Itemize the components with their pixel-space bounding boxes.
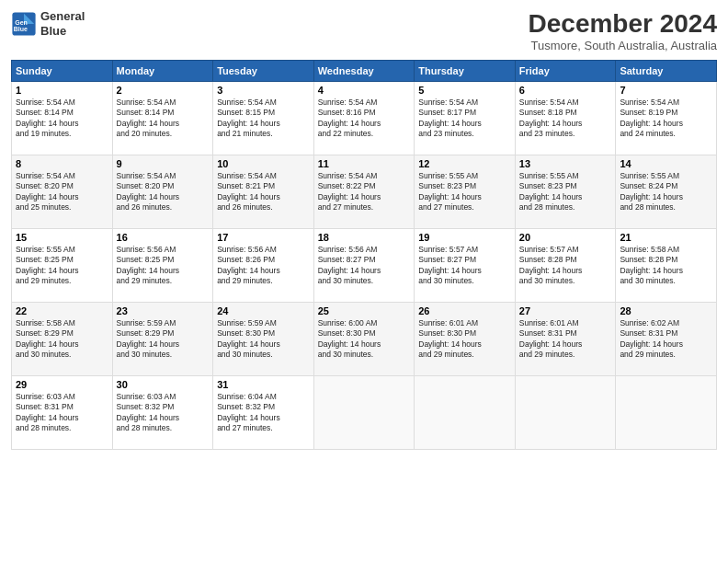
day-number: 2 bbox=[117, 85, 210, 96]
day-info: Sunrise: 5:55 AM Sunset: 8:25 PM Dayligh… bbox=[16, 245, 108, 287]
calendar-header: SundayMondayTuesdayWednesdayThursdayFrid… bbox=[12, 61, 717, 82]
day-info: Sunrise: 5:54 AM Sunset: 8:17 PM Dayligh… bbox=[418, 98, 511, 140]
header: Gen Blue General Blue December 2024 Tusm… bbox=[11, 9, 717, 52]
weekday-header: Tuesday bbox=[213, 61, 314, 82]
month-title: December 2024 bbox=[529, 9, 717, 39]
weekday-header: Sunday bbox=[12, 61, 113, 82]
calendar-cell bbox=[313, 376, 415, 450]
calendar-cell: 11Sunrise: 5:54 AM Sunset: 8:22 PM Dayli… bbox=[313, 155, 415, 229]
logo-text: General Blue bbox=[40, 9, 85, 38]
day-number: 16 bbox=[117, 232, 210, 243]
day-number: 20 bbox=[519, 232, 612, 243]
calendar-cell: 4Sunrise: 5:54 AM Sunset: 8:16 PM Daylig… bbox=[313, 82, 415, 155]
calendar-cell: 20Sunrise: 5:57 AM Sunset: 8:28 PM Dayli… bbox=[515, 229, 616, 303]
day-number: 7 bbox=[620, 85, 712, 96]
calendar-cell: 9Sunrise: 5:54 AM Sunset: 8:20 PM Daylig… bbox=[112, 155, 213, 229]
calendar-row: 8Sunrise: 5:54 AM Sunset: 8:20 PM Daylig… bbox=[12, 155, 717, 229]
day-info: Sunrise: 6:02 AM Sunset: 8:31 PM Dayligh… bbox=[620, 318, 712, 361]
calendar-cell: 22Sunrise: 5:58 AM Sunset: 8:29 PM Dayli… bbox=[12, 303, 113, 376]
day-number: 11 bbox=[318, 158, 411, 169]
day-info: Sunrise: 5:54 AM Sunset: 8:21 PM Dayligh… bbox=[217, 171, 310, 213]
calendar-cell bbox=[515, 376, 616, 450]
calendar-cell: 27Sunrise: 6:01 AM Sunset: 8:31 PM Dayli… bbox=[515, 303, 616, 376]
day-info: Sunrise: 5:54 AM Sunset: 8:14 PM Dayligh… bbox=[16, 98, 108, 140]
day-info: Sunrise: 6:00 AM Sunset: 8:30 PM Dayligh… bbox=[318, 318, 411, 361]
day-number: 31 bbox=[217, 379, 310, 390]
day-number: 24 bbox=[217, 305, 310, 316]
day-number: 28 bbox=[620, 305, 712, 316]
calendar-table: SundayMondayTuesdayWednesdayThursdayFrid… bbox=[11, 60, 717, 450]
calendar-cell: 21Sunrise: 5:58 AM Sunset: 8:28 PM Dayli… bbox=[616, 229, 717, 303]
calendar-row: 15Sunrise: 5:55 AM Sunset: 8:25 PM Dayli… bbox=[12, 229, 717, 303]
day-number: 19 bbox=[418, 232, 511, 243]
day-info: Sunrise: 5:54 AM Sunset: 8:16 PM Dayligh… bbox=[318, 98, 411, 140]
day-number: 22 bbox=[16, 305, 108, 316]
day-info: Sunrise: 5:59 AM Sunset: 8:30 PM Dayligh… bbox=[217, 318, 310, 361]
day-info: Sunrise: 5:57 AM Sunset: 8:28 PM Dayligh… bbox=[519, 245, 612, 287]
calendar-row: 1Sunrise: 5:54 AM Sunset: 8:14 PM Daylig… bbox=[12, 82, 717, 155]
day-number: 21 bbox=[620, 232, 712, 243]
weekday-header: Monday bbox=[112, 61, 213, 82]
calendar-cell bbox=[415, 376, 516, 450]
day-number: 23 bbox=[117, 305, 210, 316]
day-number: 5 bbox=[418, 85, 511, 96]
header-row: SundayMondayTuesdayWednesdayThursdayFrid… bbox=[12, 61, 717, 82]
day-number: 9 bbox=[117, 158, 210, 169]
logo: Gen Blue General Blue bbox=[11, 9, 85, 38]
day-number: 3 bbox=[217, 85, 310, 96]
title-block: December 2024 Tusmore, South Australia, … bbox=[529, 9, 717, 52]
day-number: 17 bbox=[217, 232, 310, 243]
day-info: Sunrise: 6:03 AM Sunset: 8:32 PM Dayligh… bbox=[117, 392, 210, 434]
day-info: Sunrise: 5:54 AM Sunset: 8:14 PM Dayligh… bbox=[117, 98, 210, 140]
calendar-cell: 29Sunrise: 6:03 AM Sunset: 8:31 PM Dayli… bbox=[12, 376, 113, 450]
day-info: Sunrise: 5:54 AM Sunset: 8:19 PM Dayligh… bbox=[620, 98, 712, 140]
calendar-cell: 15Sunrise: 5:55 AM Sunset: 8:25 PM Dayli… bbox=[12, 229, 113, 303]
svg-text:Gen: Gen bbox=[15, 19, 28, 26]
day-info: Sunrise: 5:55 AM Sunset: 8:23 PM Dayligh… bbox=[418, 171, 511, 213]
weekday-header: Wednesday bbox=[313, 61, 415, 82]
calendar-cell: 12Sunrise: 5:55 AM Sunset: 8:23 PM Dayli… bbox=[415, 155, 516, 229]
weekday-header: Friday bbox=[515, 61, 616, 82]
day-number: 14 bbox=[620, 158, 712, 169]
calendar-cell: 18Sunrise: 5:56 AM Sunset: 8:27 PM Dayli… bbox=[313, 229, 415, 303]
day-info: Sunrise: 6:01 AM Sunset: 8:30 PM Dayligh… bbox=[418, 318, 511, 361]
day-info: Sunrise: 6:01 AM Sunset: 8:31 PM Dayligh… bbox=[519, 318, 612, 361]
calendar-cell: 6Sunrise: 5:54 AM Sunset: 8:18 PM Daylig… bbox=[515, 82, 616, 155]
calendar-cell: 25Sunrise: 6:00 AM Sunset: 8:30 PM Dayli… bbox=[313, 303, 415, 376]
calendar-cell: 19Sunrise: 5:57 AM Sunset: 8:27 PM Dayli… bbox=[415, 229, 516, 303]
weekday-header: Saturday bbox=[616, 61, 717, 82]
subtitle: Tusmore, South Australia, Australia bbox=[529, 39, 717, 52]
calendar-cell: 1Sunrise: 5:54 AM Sunset: 8:14 PM Daylig… bbox=[12, 82, 113, 155]
logo-line2: Blue bbox=[40, 24, 85, 39]
day-info: Sunrise: 5:58 AM Sunset: 8:28 PM Dayligh… bbox=[620, 245, 712, 287]
logo-icon: Gen Blue bbox=[11, 11, 37, 37]
day-number: 29 bbox=[16, 379, 108, 390]
calendar-cell: 16Sunrise: 5:56 AM Sunset: 8:25 PM Dayli… bbox=[112, 229, 213, 303]
day-number: 30 bbox=[117, 379, 210, 390]
day-number: 4 bbox=[318, 85, 411, 96]
day-info: Sunrise: 5:54 AM Sunset: 8:22 PM Dayligh… bbox=[318, 171, 411, 213]
svg-text:Blue: Blue bbox=[14, 26, 28, 32]
calendar-cell: 28Sunrise: 6:02 AM Sunset: 8:31 PM Dayli… bbox=[616, 303, 717, 376]
day-number: 6 bbox=[519, 85, 612, 96]
calendar-row: 22Sunrise: 5:58 AM Sunset: 8:29 PM Dayli… bbox=[12, 303, 717, 376]
calendar-cell: 3Sunrise: 5:54 AM Sunset: 8:15 PM Daylig… bbox=[213, 82, 314, 155]
day-number: 1 bbox=[16, 85, 108, 96]
day-info: Sunrise: 5:57 AM Sunset: 8:27 PM Dayligh… bbox=[418, 245, 511, 287]
day-info: Sunrise: 5:54 AM Sunset: 8:20 PM Dayligh… bbox=[117, 171, 210, 213]
day-info: Sunrise: 5:56 AM Sunset: 8:25 PM Dayligh… bbox=[117, 245, 210, 287]
day-info: Sunrise: 5:54 AM Sunset: 8:18 PM Dayligh… bbox=[519, 98, 612, 140]
calendar-cell: 7Sunrise: 5:54 AM Sunset: 8:19 PM Daylig… bbox=[616, 82, 717, 155]
calendar-row: 29Sunrise: 6:03 AM Sunset: 8:31 PM Dayli… bbox=[12, 376, 717, 450]
calendar-cell: 31Sunrise: 6:04 AM Sunset: 8:32 PM Dayli… bbox=[213, 376, 314, 450]
day-number: 15 bbox=[16, 232, 108, 243]
day-info: Sunrise: 5:58 AM Sunset: 8:29 PM Dayligh… bbox=[16, 318, 108, 361]
calendar-cell: 10Sunrise: 5:54 AM Sunset: 8:21 PM Dayli… bbox=[213, 155, 314, 229]
day-number: 18 bbox=[318, 232, 411, 243]
day-info: Sunrise: 6:03 AM Sunset: 8:31 PM Dayligh… bbox=[16, 392, 108, 434]
calendar-cell: 14Sunrise: 5:55 AM Sunset: 8:24 PM Dayli… bbox=[616, 155, 717, 229]
calendar-cell: 30Sunrise: 6:03 AM Sunset: 8:32 PM Dayli… bbox=[112, 376, 213, 450]
day-number: 26 bbox=[418, 305, 511, 316]
day-number: 12 bbox=[418, 158, 511, 169]
day-info: Sunrise: 5:54 AM Sunset: 8:15 PM Dayligh… bbox=[217, 98, 310, 140]
